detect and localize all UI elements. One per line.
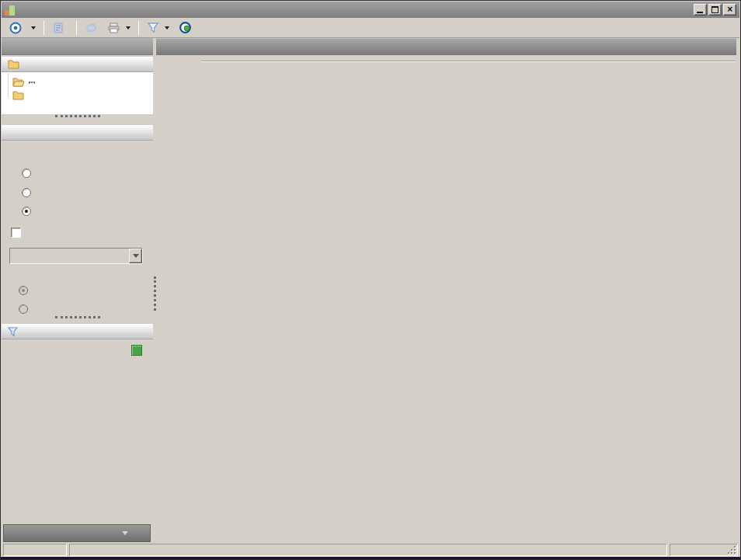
dropdown-arrow-icon [122, 531, 128, 535]
save-button[interactable] [47, 20, 73, 36]
window-bottom-border [1, 557, 740, 559]
tree-lines [8, 74, 9, 97]
status-cell [69, 544, 667, 556]
main-header-bar [156, 38, 736, 55]
collapsed-pane-bar[interactable] [3, 524, 151, 542]
radio-transaction[interactable] [22, 169, 36, 178]
radio-cours-transaction[interactable] [19, 286, 33, 295]
status-bar [2, 543, 739, 557]
toolbar-separator [76, 21, 77, 35]
devise-combobox[interactable] [9, 248, 143, 264]
resize-grip[interactable] [728, 546, 736, 555]
main-area [156, 38, 740, 543]
devise-section-header[interactable] [2, 125, 153, 141]
radio-tenue-de-compte[interactable] [22, 207, 36, 216]
status-cell [3, 544, 67, 556]
splitter-handle[interactable] [55, 115, 100, 117]
title-bar: × [2, 2, 739, 18]
toolbar [2, 18, 739, 38]
dropdown-arrow-icon [126, 26, 130, 30]
filter-funnel-icon [8, 327, 18, 336]
radio-icon [19, 304, 28, 314]
refresh-circle-icon [179, 21, 192, 34]
splitter-handle[interactable] [55, 316, 100, 318]
filter-funnel-icon [147, 22, 159, 33]
radio-icon [22, 169, 31, 178]
radio-du-jour[interactable] [19, 304, 33, 314]
close-button[interactable]: × [723, 4, 736, 16]
print-button[interactable] [103, 20, 135, 36]
toolbar-separator [43, 21, 44, 35]
refresh-button[interactable] [80, 20, 103, 36]
status-cell [670, 544, 738, 556]
radio-icon [22, 188, 31, 197]
convertir-devise-checkbox-row[interactable] [11, 228, 26, 238]
bullseye-icon [9, 22, 22, 34]
onglets-section-header[interactable] [2, 57, 153, 72]
app-window: × [0, 0, 741, 560]
save-icon [52, 22, 64, 34]
folder-icon [8, 60, 19, 69]
folder-icon [12, 91, 24, 100]
filter-button[interactable] [142, 20, 174, 35]
radio-reporting[interactable] [22, 188, 36, 197]
maximize-button[interactable] [708, 4, 722, 16]
volets-panel [2, 38, 153, 543]
app-icon [5, 5, 16, 16]
add-selection-plus-button[interactable] [131, 345, 142, 356]
printer-icon [107, 22, 120, 34]
tree-item-resultat[interactable] [12, 89, 33, 102]
selections-section-header[interactable] [2, 324, 153, 339]
combobox-dropdown-button[interactable] [129, 249, 142, 263]
actions-button[interactable] [5, 20, 40, 36]
onglets-tree [2, 72, 153, 114]
dropdown-arrow-icon [31, 26, 36, 30]
toolbar-separator [138, 21, 139, 35]
tree-item-label [29, 82, 35, 83]
dropdown-arrow-icon [165, 26, 169, 30]
open-folder-icon [12, 78, 25, 87]
group-box-line [201, 61, 736, 61]
checkbox-icon[interactable] [11, 228, 21, 238]
refresh-icon [85, 22, 98, 34]
radio-icon-selected [19, 286, 28, 295]
volets-panel-header [2, 38, 153, 55]
dropdown-arrow-icon [133, 254, 139, 258]
minimize-button[interactable] [694, 4, 707, 16]
actualiser-button[interactable] [174, 19, 200, 36]
tree-item-selections[interactable] [12, 76, 35, 89]
radio-icon-selected [22, 207, 31, 216]
